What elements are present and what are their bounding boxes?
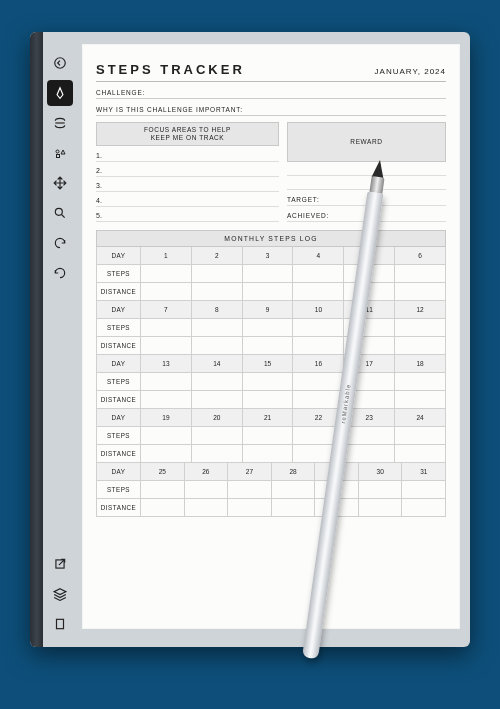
distance-cell[interactable] (243, 445, 294, 462)
steps-cell[interactable] (272, 481, 316, 498)
device-spine (30, 32, 43, 647)
day-cell: 19 (141, 409, 192, 426)
challenge-label[interactable]: CHALLENGE: (96, 82, 446, 99)
steps-cell[interactable] (243, 427, 294, 444)
steps-cell[interactable] (192, 319, 243, 336)
steps-cell[interactable] (243, 373, 294, 390)
steps-cell[interactable] (395, 427, 446, 444)
distance-cell[interactable] (344, 445, 395, 462)
steps-cell[interactable] (395, 373, 446, 390)
distance-cell[interactable] (141, 283, 192, 300)
steps-cell[interactable] (359, 481, 403, 498)
monthly-log-grid[interactable]: DAY123456STEPSDISTANCEDAY789101112STEPSD… (96, 247, 446, 517)
day-cell: 20 (192, 409, 243, 426)
steps-cell[interactable] (344, 427, 395, 444)
page-date: JANUARY, 2024 (375, 67, 446, 76)
distance-cell[interactable] (272, 499, 316, 516)
distance-cell[interactable] (243, 337, 294, 354)
svg-line-5 (62, 215, 65, 218)
steps-cell[interactable] (293, 319, 344, 336)
template-page: STEPS TRACKER JANUARY, 2024 CHALLENGE: W… (82, 44, 460, 629)
reward-line[interactable] (287, 162, 446, 176)
distance-cell[interactable] (192, 445, 243, 462)
distance-cell[interactable] (141, 391, 192, 408)
row-label-day: DAY (97, 355, 141, 372)
distance-cell[interactable] (293, 337, 344, 354)
row-label-day: DAY (97, 409, 141, 426)
day-cell: 2 (192, 247, 243, 264)
distance-cell[interactable] (395, 283, 446, 300)
row-label-distance: DISTANCE (97, 391, 141, 408)
steps-cell[interactable] (402, 481, 446, 498)
distance-cell[interactable] (192, 337, 243, 354)
day-cell: 1 (141, 247, 192, 264)
focus-line[interactable]: 3. (96, 177, 279, 192)
steps-cell[interactable] (141, 265, 192, 282)
focus-line[interactable]: 4. (96, 192, 279, 207)
steps-cell[interactable] (395, 265, 446, 282)
back-icon[interactable] (47, 50, 73, 76)
toolbar (43, 42, 77, 637)
row-label-steps: STEPS (97, 319, 141, 336)
steps-cell[interactable] (141, 427, 192, 444)
day-cell: 10 (293, 301, 344, 318)
redo-icon[interactable] (47, 260, 73, 286)
tablet-device: STEPS TRACKER JANUARY, 2024 CHALLENGE: W… (30, 32, 470, 647)
distance-cell[interactable] (395, 337, 446, 354)
day-cell: 27 (228, 463, 272, 480)
focus-line[interactable]: 2. (96, 162, 279, 177)
layers-icon[interactable] (47, 581, 73, 607)
distance-cell[interactable] (141, 445, 192, 462)
steps-cell[interactable] (293, 373, 344, 390)
undo-icon[interactable] (47, 230, 73, 256)
steps-cell[interactable] (228, 481, 272, 498)
distance-cell[interactable] (192, 283, 243, 300)
focus-line[interactable]: 5. (96, 207, 279, 222)
steps-cell[interactable] (293, 265, 344, 282)
distance-cell[interactable] (185, 499, 229, 516)
row-label-steps: STEPS (97, 265, 141, 282)
day-cell: 3 (243, 247, 294, 264)
distance-cell[interactable] (192, 391, 243, 408)
row-label-day: DAY (97, 247, 141, 264)
steps-cell[interactable] (192, 373, 243, 390)
row-label-day: DAY (97, 301, 141, 318)
reward-line[interactable] (287, 176, 446, 190)
distance-cell[interactable] (359, 499, 403, 516)
reward-header: REWARD (287, 122, 446, 162)
zoom-icon[interactable] (47, 200, 73, 226)
text-icon[interactable] (47, 110, 73, 136)
steps-cell[interactable] (243, 265, 294, 282)
day-cell: 25 (141, 463, 185, 480)
distance-cell[interactable] (395, 445, 446, 462)
svg-point-0 (55, 58, 66, 69)
stylus-brand: reMarkable (340, 383, 352, 423)
steps-cell[interactable] (395, 319, 446, 336)
steps-cell[interactable] (141, 373, 192, 390)
pen-icon[interactable] (47, 80, 73, 106)
steps-cell[interactable] (141, 319, 192, 336)
move-icon[interactable] (47, 170, 73, 196)
focus-list[interactable]: 1.2.3.4.5. (96, 147, 279, 222)
distance-cell[interactable] (395, 391, 446, 408)
focus-line[interactable]: 1. (96, 147, 279, 162)
distance-cell[interactable] (293, 283, 344, 300)
svg-point-4 (55, 208, 62, 215)
page-icon[interactable] (47, 611, 73, 637)
distance-cell[interactable] (243, 391, 294, 408)
share-icon[interactable] (47, 551, 73, 577)
steps-cell[interactable] (192, 427, 243, 444)
distance-cell[interactable] (228, 499, 272, 516)
distance-cell[interactable] (141, 499, 185, 516)
distance-cell[interactable] (243, 283, 294, 300)
steps-cell[interactable] (243, 319, 294, 336)
day-cell: 4 (293, 247, 344, 264)
steps-cell[interactable] (185, 481, 229, 498)
importance-label[interactable]: WHY IS THIS CHALLENGE IMPORTANT: (96, 99, 446, 116)
distance-cell[interactable] (402, 499, 446, 516)
distance-cell[interactable] (141, 337, 192, 354)
steps-cell[interactable] (141, 481, 185, 498)
row-label-distance: DISTANCE (97, 499, 141, 516)
steps-cell[interactable] (192, 265, 243, 282)
shapes-icon[interactable] (47, 140, 73, 166)
